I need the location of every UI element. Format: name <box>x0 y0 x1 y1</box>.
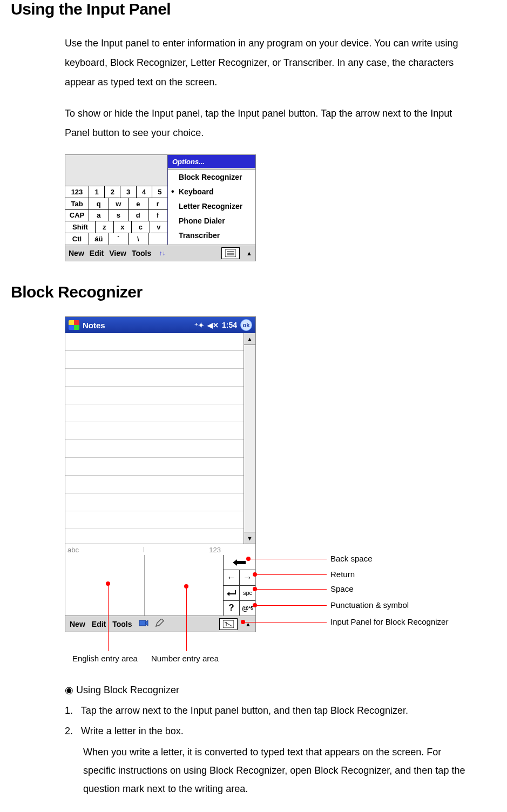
callout-return: Return <box>330 570 355 579</box>
paragraph-intro: Use the Input panel to enter information… <box>65 33 475 92</box>
kb-key-empty[interactable] <box>148 233 168 245</box>
sync-icon[interactable]: ↑↓ <box>159 249 165 257</box>
usage-step-2-body: When you write a letter, it is converted… <box>83 743 475 799</box>
onscreen-keyboard[interactable]: 123 1 2 3 4 5 Tab q w e r <box>65 155 168 245</box>
callout-line <box>255 589 327 590</box>
kb-key-123[interactable]: 123 <box>65 186 89 198</box>
app-title: Notes <box>83 321 191 330</box>
toolbar-tools[interactable]: Tools <box>112 620 132 628</box>
kb-key-1[interactable]: 1 <box>89 186 105 198</box>
cursor-left-button[interactable]: ← <box>224 570 240 585</box>
menu-item-keyboard[interactable]: Keyboard <box>168 184 255 199</box>
callout-backspace: Back space <box>330 554 373 563</box>
scroll-down-icon[interactable]: ▼ <box>244 532 255 544</box>
toolbar-edit[interactable]: Edit <box>90 249 104 258</box>
input-panel-button[interactable] <box>219 618 238 630</box>
kb-key-tab[interactable]: Tab <box>65 198 89 209</box>
kb-key-a[interactable]: a <box>89 210 109 221</box>
kb-key-backtick[interactable]: ` <box>109 233 129 245</box>
callout-line <box>186 586 187 651</box>
toolbar-tools[interactable]: Tools <box>132 249 151 258</box>
svg-marker-6 <box>146 620 148 626</box>
bottom-toolbar-notes: New Edit Tools ▲ <box>65 615 255 632</box>
toolbar-edit[interactable]: Edit <box>92 620 106 628</box>
callout-input-panel: Input Panel for Block Recognizer <box>330 617 448 626</box>
titlebar: Notes ⁺✦ ◀✕ 1:54 ok <box>65 317 255 333</box>
menu-options[interactable]: Options... <box>168 155 255 168</box>
kb-key-w[interactable]: w <box>109 198 129 209</box>
input-panel-button[interactable] <box>221 247 240 259</box>
svg-marker-4 <box>233 559 246 566</box>
kb-key-2[interactable]: 2 <box>105 186 120 198</box>
kb-key-f[interactable]: f <box>148 210 168 221</box>
input-panel-arrow[interactable]: ▲ <box>246 250 252 256</box>
kb-key-5[interactable]: 5 <box>152 186 167 198</box>
kb-key-backslash[interactable]: \ <box>129 233 148 245</box>
kb-key-d[interactable]: d <box>129 210 148 221</box>
scrollbar[interactable]: ▲ ▼ <box>244 333 255 544</box>
note-writing-area[interactable] <box>65 333 244 544</box>
kb-key-4[interactable]: 4 <box>137 186 152 198</box>
kb-key-e[interactable]: e <box>129 198 148 209</box>
callout-number-area: Number entry area <box>151 654 219 663</box>
kb-key-accent[interactable]: áü <box>89 233 109 245</box>
usage-step-1: 1. Tap the arrow next to the Input panel… <box>65 701 475 720</box>
recognizer-entry-area[interactable] <box>65 555 223 615</box>
123-label: 123 <box>209 546 221 554</box>
svg-rect-5 <box>139 620 146 626</box>
kb-key-3[interactable]: 3 <box>120 186 136 198</box>
kb-key-shift[interactable]: Shift <box>65 221 96 233</box>
kb-key-q[interactable]: q <box>89 198 109 209</box>
heading-block-recognizer: Block Recognizer <box>11 283 485 301</box>
usage-bullet: ◉ Using Block Recognizer <box>65 681 475 699</box>
help-button[interactable]: ? <box>224 601 240 615</box>
input-method-menu: Options... Block Recognizer Keyboard Let… <box>168 155 255 245</box>
kb-key-ctl[interactable]: Ctl <box>65 233 89 245</box>
screenshot-options-menu: 123 1 2 3 4 5 Tab q w e r <box>65 154 256 261</box>
callout-line <box>108 584 109 651</box>
abc-label: abc <box>67 546 79 554</box>
clock[interactable]: 1:54 <box>222 321 237 329</box>
scroll-up-icon[interactable]: ▲ <box>244 333 255 345</box>
menu-item-block-recognizer[interactable]: Block Recognizer <box>168 170 255 184</box>
backspace-button[interactable] <box>224 555 255 570</box>
return-button[interactable] <box>224 586 240 600</box>
menu-item-phone-dialer[interactable]: Phone Dialer <box>168 213 255 228</box>
connectivity-icon[interactable]: ⁺✦ <box>194 321 204 329</box>
menu-item-transcriber[interactable]: Transcriber <box>168 228 255 242</box>
ok-button[interactable]: ok <box>240 319 252 331</box>
kb-key-z[interactable]: z <box>96 221 114 233</box>
usage-step-2: 2. Write a letter in the box. <box>65 722 475 740</box>
kb-key-c[interactable]: c <box>132 221 150 233</box>
screenshot-notes-block-recognizer: Notes ⁺✦ ◀✕ 1:54 ok ▲ ▼ abc 123 <box>65 316 256 632</box>
pen-icon[interactable] <box>155 619 165 629</box>
callout-line <box>248 559 327 559</box>
menu-item-letter-recognizer[interactable]: Letter Recognizer <box>168 199 255 213</box>
toolbar-new[interactable]: New <box>70 620 85 628</box>
callout-line <box>255 574 327 575</box>
callout-english-area: English entry area <box>72 654 138 663</box>
kb-key-x[interactable]: x <box>114 221 132 233</box>
paragraph-show-hide: To show or hide the Input panel, tap the… <box>65 104 475 143</box>
speaker-icon[interactable]: ◀✕ <box>207 321 219 329</box>
callout-line <box>243 622 327 622</box>
start-icon[interactable] <box>69 320 79 330</box>
callout-punctuation: Punctuation & symbol <box>330 600 409 610</box>
callout-line <box>255 605 327 606</box>
english-entry-area[interactable] <box>65 555 145 615</box>
kb-key-v[interactable]: v <box>150 221 168 233</box>
callout-space: Space <box>330 584 354 593</box>
kb-key-r[interactable]: r <box>148 198 168 209</box>
toolbar-view[interactable]: View <box>109 249 126 258</box>
svg-line-8 <box>225 622 232 626</box>
heading-using-input-panel: Using the Input Panel <box>11 0 485 18</box>
record-icon[interactable] <box>139 619 148 629</box>
kb-key-s[interactable]: s <box>109 210 129 221</box>
bottom-toolbar: New Edit View Tools ↑↓ ▲ <box>65 245 255 261</box>
kb-key-cap[interactable]: CAP <box>65 210 89 221</box>
toolbar-new[interactable]: New <box>69 249 84 258</box>
